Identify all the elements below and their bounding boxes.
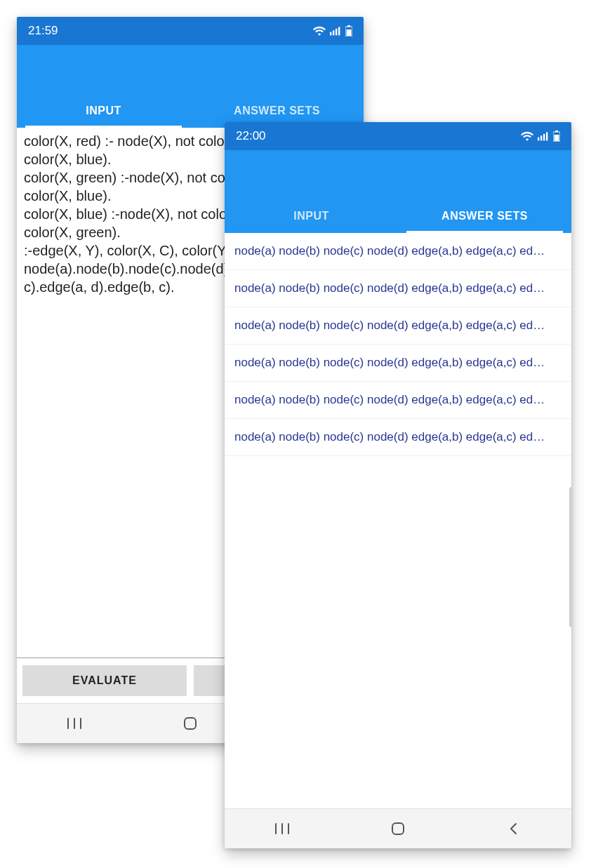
nav-back-button[interactable] — [493, 815, 535, 843]
signal-icon — [538, 131, 549, 141]
svg-rect-3 — [338, 27, 340, 35]
signal-icon — [330, 26, 341, 36]
svg-rect-17 — [555, 135, 559, 141]
list-item[interactable]: node(a) node(b) node(c) node(d) edge(a,b… — [225, 382, 571, 419]
app-bar — [17, 45, 364, 94]
status-time: 21:59 — [28, 24, 58, 38]
svg-rect-1 — [333, 30, 334, 35]
nav-recents-button[interactable] — [53, 709, 95, 737]
nav-recents-button[interactable] — [261, 815, 303, 843]
svg-rect-6 — [347, 29, 352, 36]
battery-icon — [553, 131, 560, 142]
back-icon — [507, 822, 520, 835]
home-icon — [390, 821, 406, 836]
recents-icon — [67, 717, 82, 730]
svg-rect-2 — [336, 29, 337, 36]
tab-answer-sets[interactable]: ANSWER SETS — [398, 199, 571, 233]
svg-rect-13 — [543, 134, 545, 141]
svg-rect-12 — [540, 135, 542, 140]
phone-answer-sets-screen: 22:00 INPUT ANSWER SETS node(a) node(b) … — [225, 122, 571, 848]
list-item[interactable]: node(a) node(b) node(c) node(d) edge(a,b… — [225, 345, 571, 382]
svg-rect-11 — [538, 138, 539, 141]
content-area: node(a) node(b) node(c) node(d) edge(a,b… — [225, 233, 571, 808]
status-icons — [521, 131, 560, 142]
tab-answer-sets-label: ANSWER SETS — [234, 105, 320, 117]
tab-input-label: INPUT — [86, 105, 121, 117]
wifi-icon — [313, 26, 326, 36]
status-bar: 22:00 — [225, 122, 571, 150]
nav-home-button[interactable] — [169, 709, 211, 737]
app-bar — [225, 150, 571, 199]
status-time: 22:00 — [236, 129, 266, 143]
tab-input-label: INPUT — [293, 210, 329, 222]
wifi-icon — [521, 131, 533, 141]
list-item[interactable]: node(a) node(b) node(c) node(d) edge(a,b… — [225, 307, 571, 345]
status-icons — [313, 25, 352, 36]
list-item[interactable]: node(a) node(b) node(c) node(d) edge(a,b… — [225, 233, 571, 270]
scroll-indicator[interactable] — [569, 487, 571, 627]
status-bar: 21:59 — [17, 17, 364, 45]
tab-answer-sets-label: ANSWER SETS — [441, 210, 528, 222]
list-item[interactable]: node(a) node(b) node(c) node(d) edge(a,b… — [225, 419, 571, 456]
evaluate-button[interactable]: EVALUATE — [22, 665, 187, 696]
tab-input[interactable]: INPUT — [17, 94, 190, 128]
home-icon — [182, 716, 198, 731]
svg-rect-14 — [546, 132, 547, 140]
answer-list[interactable]: node(a) node(b) node(c) node(d) edge(a,b… — [225, 233, 571, 808]
svg-rect-10 — [185, 718, 196, 729]
list-item[interactable]: node(a) node(b) node(c) node(d) edge(a,b… — [225, 270, 571, 307]
svg-rect-0 — [330, 32, 331, 36]
tabs: INPUT ANSWER SETS — [225, 199, 571, 233]
nav-bar — [225, 808, 571, 848]
recents-icon — [274, 822, 290, 835]
tab-input[interactable]: INPUT — [225, 199, 398, 233]
nav-home-button[interactable] — [377, 815, 419, 843]
evaluate-button-label: EVALUATE — [72, 674, 137, 686]
svg-rect-21 — [392, 823, 404, 834]
battery-icon — [345, 25, 352, 36]
